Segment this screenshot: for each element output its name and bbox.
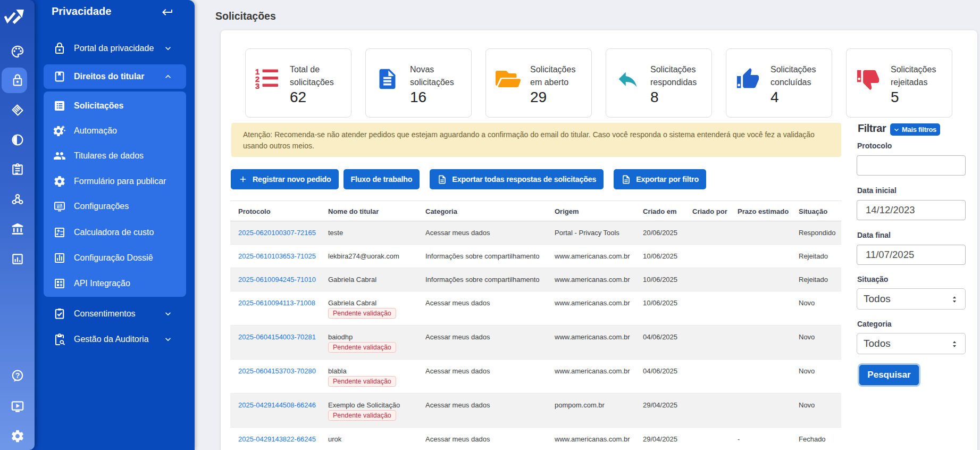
svg-text:3: 3 bbox=[255, 82, 259, 89]
svg-text:?: ? bbox=[15, 371, 20, 380]
